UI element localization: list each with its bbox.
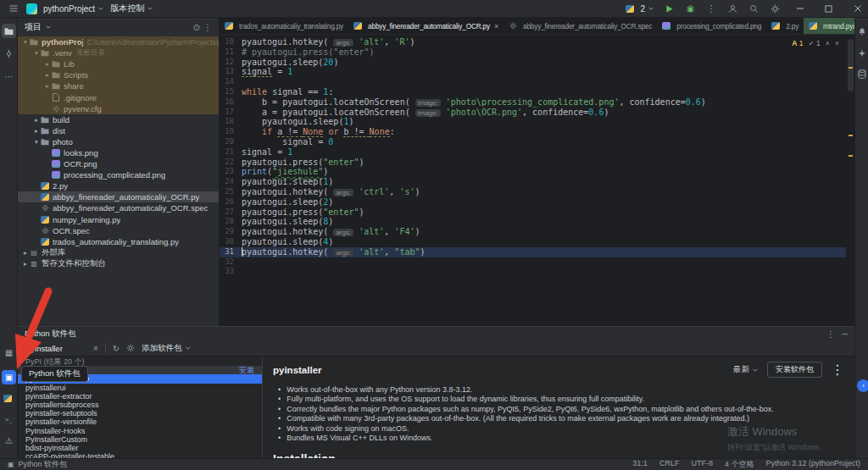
editor-tab[interactable]: processing_complicated.png bbox=[657, 18, 766, 34]
code-line[interactable]: 32 bbox=[220, 257, 846, 268]
tree-item[interactable]: processing_complicated.png bbox=[18, 169, 219, 180]
tree-item[interactable]: ▾.venv库根目录 bbox=[18, 47, 219, 58]
tree-item[interactable]: numpy_learning.py bbox=[18, 214, 219, 225]
settings-icon[interactable] bbox=[768, 2, 782, 15]
panel-options-icon[interactable]: ⋮ bbox=[826, 329, 835, 339]
code-line[interactable]: 30pyautogui.sleep(4) bbox=[220, 237, 846, 247]
code-line[interactable]: 21signal = 1 bbox=[220, 147, 846, 158]
code-line[interactable]: 18 pyautogui.sleep(1) bbox=[220, 117, 846, 127]
chevron-right-icon[interactable]: ▸ bbox=[21, 260, 30, 268]
code-area[interactable]: 10pyautogui.hotkey( args: 'alt', 'R')11#… bbox=[220, 35, 846, 326]
vcs-menu[interactable]: 版本控制 bbox=[110, 3, 153, 14]
tree-item[interactable]: ▸Lib bbox=[18, 58, 219, 69]
run-config-selector[interactable]: 2 bbox=[626, 4, 654, 14]
code-line[interactable]: 33 bbox=[220, 267, 846, 277]
status-caret-position[interactable]: 31:1 bbox=[632, 459, 648, 470]
warning-stripe-mark[interactable] bbox=[849, 135, 853, 136]
tree-item[interactable]: abbyy_finereader_automaticaliy_OCR.py bbox=[18, 191, 219, 202]
package-list-item[interactable]: pyinstaller-setuptools bbox=[18, 409, 262, 417]
tree-item[interactable]: ▸build bbox=[18, 114, 219, 125]
tree-item[interactable]: ▸▤外部库 bbox=[18, 247, 219, 258]
close-button[interactable] bbox=[847, 0, 868, 17]
package-list-item[interactable]: PyInstaller-Hooks bbox=[18, 427, 262, 435]
tree-item[interactable]: .gitignore bbox=[18, 91, 219, 102]
code-line[interactable]: 16 b = pyautogui.locateOnScreen( image: … bbox=[220, 97, 846, 108]
code-line[interactable]: 20 signal = 0 bbox=[220, 137, 846, 147]
hide-panel-icon[interactable]: ─ bbox=[842, 329, 848, 339]
search-everywhere-icon[interactable] bbox=[747, 2, 760, 15]
code-line[interactable]: 23print("jieshule") bbox=[220, 167, 846, 177]
chevron-down-icon[interactable]: ▾ bbox=[32, 49, 41, 57]
code-line[interactable]: 25pyautogui.hotkey( args: 'ctrl', 's') bbox=[220, 187, 846, 197]
project-toolwindow-icon[interactable] bbox=[2, 24, 16, 38]
tree-item[interactable]: ▸Scripts bbox=[18, 69, 219, 80]
status-indent-style[interactable]: 4 个空格 bbox=[725, 459, 754, 470]
chevron-right-icon[interactable]: ▸ bbox=[43, 71, 52, 79]
python-packages-toolwindow-icon[interactable]: ▣ bbox=[2, 370, 16, 384]
database-toolwindow-icon[interactable] bbox=[856, 67, 868, 81]
code-line[interactable]: 15while signal == 1: bbox=[220, 87, 846, 97]
package-list-item[interactable]: pyinstallerui bbox=[18, 384, 262, 392]
tree-item[interactable]: ▸▥暂存文件和控制台 bbox=[18, 258, 219, 269]
package-list-item[interactable]: pyinstallersubprocess bbox=[18, 401, 262, 409]
code-line[interactable]: 10pyautogui.hotkey( args: 'alt', 'R') bbox=[220, 37, 846, 47]
package-list-item[interactable]: ccAPP-pyinstaller-testable bbox=[18, 452, 262, 458]
tree-item[interactable]: ▾photo bbox=[18, 136, 219, 147]
status-file-encoding[interactable]: UTF-8 bbox=[691, 459, 713, 470]
tree-item[interactable]: OCR.spec bbox=[18, 225, 219, 236]
code-line[interactable]: 26pyautogui.sleep(2) bbox=[220, 197, 846, 207]
package-list-item[interactable]: PyInstallerCustom bbox=[18, 435, 262, 444]
chevron-right-icon[interactable]: ▸ bbox=[21, 249, 30, 257]
maximize-button[interactable] bbox=[818, 0, 839, 17]
services-toolwindow-icon[interactable]: ▦ bbox=[2, 346, 16, 360]
editor-scrollbar[interactable] bbox=[846, 35, 854, 326]
project-panel-title[interactable]: 项目 bbox=[25, 21, 42, 33]
chevron-down-icon[interactable]: ▾ bbox=[32, 138, 41, 146]
editor-tab[interactable]: 2.py bbox=[766, 18, 804, 34]
tree-item[interactable]: trados_automaticaliy_translating.py bbox=[18, 236, 219, 247]
statusbar-toolwindow-widget[interactable]: ▣ Python 软件包 bbox=[8, 459, 67, 470]
chevron-right-icon[interactable]: ▸ bbox=[43, 82, 52, 90]
reload-packages-icon[interactable]: ↻ bbox=[113, 344, 120, 353]
editor-tab[interactable]: abbyy_finereader_automaticaliy_OCR.spec bbox=[504, 18, 657, 34]
editor-tab[interactable]: abbyy_finereader_automaticaliy_OCR.py× bbox=[348, 18, 504, 34]
code-line[interactable]: 22pyautogui.press("enter") bbox=[220, 158, 846, 168]
run-button[interactable] bbox=[662, 2, 676, 15]
terminal-toolwindow-icon[interactable]: >_ bbox=[2, 412, 16, 427]
tree-item[interactable]: pyvenv.cfg bbox=[18, 103, 219, 114]
scrollbar-thumb[interactable] bbox=[848, 39, 854, 91]
main-menu-icon[interactable] bbox=[7, 2, 20, 15]
tree-item[interactable]: ▾pythonProjectC:\Users\Administrator\Pyc… bbox=[18, 36, 219, 47]
project-panel-options-icon[interactable]: ⋮ bbox=[203, 23, 212, 32]
profile-icon[interactable] bbox=[726, 2, 739, 15]
packages-panel-title[interactable]: Python 软件包 bbox=[25, 329, 76, 340]
code-line[interactable]: 13signal = 1 bbox=[220, 67, 846, 77]
minimize-button[interactable] bbox=[789, 0, 810, 17]
code-line[interactable]: 27pyautogui.press("enter") bbox=[220, 207, 846, 218]
chevron-down-icon[interactable]: ▾ bbox=[21, 38, 30, 46]
package-list-item[interactable]: pyinstaller-versionfile bbox=[18, 417, 262, 426]
warning-stripe-mark[interactable] bbox=[849, 67, 853, 69]
chevron-right-icon[interactable]: ▸ bbox=[43, 60, 52, 68]
tree-item[interactable]: looks.png bbox=[18, 147, 219, 158]
warning-stripe-mark[interactable] bbox=[849, 155, 853, 157]
code-line[interactable]: 24pyautogui.sleep(1) bbox=[220, 177, 846, 187]
notifications-icon[interactable] bbox=[856, 25, 868, 39]
code-line[interactable]: 17 a = pyautogui.locateOnScreen( image: … bbox=[220, 108, 846, 118]
code-line[interactable]: 28pyautogui.sleep(8) bbox=[220, 217, 846, 227]
tree-item[interactable]: ▸share bbox=[18, 80, 219, 91]
status-line-separator[interactable]: CRLF bbox=[659, 459, 680, 470]
chevron-down-icon[interactable] bbox=[45, 24, 52, 30]
code-line[interactable]: 14 bbox=[220, 77, 846, 87]
install-link[interactable]: 安装 bbox=[239, 366, 254, 374]
tree-item[interactable]: OCR.png bbox=[18, 158, 219, 169]
tree-item[interactable]: ▸dist bbox=[18, 125, 219, 136]
floating-edge-button[interactable]: ‹ bbox=[857, 379, 868, 392]
code-line[interactable]: 12pyautogui.sleep(20) bbox=[220, 58, 846, 68]
editor-tab[interactable]: trados_automaticaliy_translating.py bbox=[220, 18, 348, 34]
select-opened-file-icon[interactable]: ⊙ bbox=[193, 23, 200, 32]
version-dropdown[interactable]: 最新 bbox=[733, 364, 759, 375]
clear-search-icon[interactable]: × bbox=[93, 344, 98, 353]
package-list-item[interactable]: pyinstaller-extractor bbox=[18, 392, 262, 401]
commit-toolwindow-icon[interactable] bbox=[2, 47, 16, 61]
